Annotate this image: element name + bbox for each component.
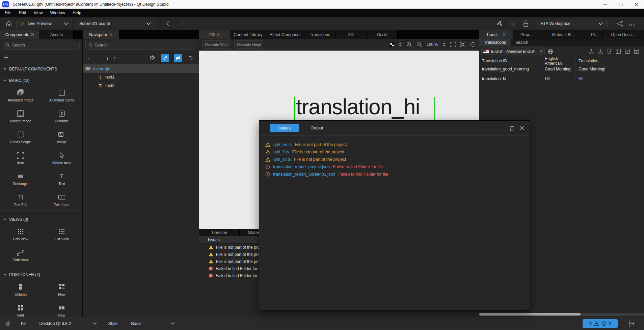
- component-item-rectangle[interactable]: Rectangle: [0, 170, 41, 190]
- forward-button[interactable]: [180, 21, 184, 27]
- add-component-button[interactable]: [0, 52, 82, 63]
- component-item-animated-sprite[interactable]: Animated Sprite: [41, 87, 82, 106]
- live-preview-dropdown[interactable]: Live Preview: [16, 19, 72, 28]
- eye-off-icon[interactable]: [174, 54, 182, 62]
- tab-timeline[interactable]: Timeline: [199, 229, 240, 236]
- link-icon[interactable]: [161, 54, 169, 62]
- tab-3d[interactable]: 3D: [336, 30, 367, 39]
- workspaces-icon[interactable]: [496, 20, 504, 28]
- move-up-icon[interactable]: ↑: [114, 55, 116, 61]
- section-header[interactable]: ▼BASIC (12): [0, 74, 82, 86]
- component-item-item[interactable]: Item: [0, 149, 41, 169]
- tab-code[interactable]: Code: [367, 30, 398, 39]
- dialog-tab-output[interactable]: Output: [311, 126, 323, 130]
- component-item-row[interactable]: Row: [41, 302, 82, 317]
- language-dropdown[interactable]: English - American English: [481, 48, 545, 55]
- more-options-icon[interactable]: •••: [628, 22, 636, 28]
- menu-help[interactable]: Help: [71, 10, 83, 16]
- tab-2d[interactable]: 2D: [199, 30, 230, 39]
- dialog-close-icon[interactable]: [520, 126, 524, 130]
- section-header[interactable]: ▼DEFAULT COMPONENTS: [0, 63, 82, 74]
- export-report-icon[interactable]: [607, 49, 612, 54]
- component-item-flickable[interactable]: Flickable: [41, 108, 82, 127]
- settings-gear-icon[interactable]: [5, 321, 11, 327]
- export-translations-icon[interactable]: [589, 49, 594, 54]
- zoom-selection-icon[interactable]: [460, 42, 465, 47]
- workspace-dropdown[interactable]: RTA Workspace: [536, 19, 608, 28]
- navigator-item-rectangle[interactable]: rectangle: [83, 64, 199, 73]
- unlock-icon[interactable]: [522, 20, 529, 27]
- navigator-item-text1[interactable]: Ttext1: [83, 73, 199, 81]
- clear-issues-icon[interactable]: [509, 125, 514, 131]
- share-icon[interactable]: [617, 20, 624, 27]
- tab-prop[interactable]: Prop...: [513, 30, 540, 39]
- issue-row[interactable]: translation_report_Screen01.json Failed …: [259, 171, 530, 178]
- issue-file[interactable]: qml_sv.ts: [273, 157, 291, 162]
- component-item-path-view[interactable]: Path View: [0, 246, 41, 266]
- issue-file[interactable]: qml_en.ts: [273, 142, 292, 147]
- issue-file[interactable]: translation_report_project.json: [273, 164, 330, 169]
- tab-assets[interactable]: Assets: [40, 30, 74, 39]
- tab-navigator[interactable]: Navigator: [83, 30, 119, 39]
- component-item-grid-view[interactable]: Grid View: [0, 226, 41, 245]
- subtab-search[interactable]: Search: [511, 39, 533, 46]
- navigator-item-text2[interactable]: Ttext2: [83, 81, 199, 90]
- component-item-text[interactable]: TText: [41, 170, 82, 190]
- issue-file[interactable]: translation_report_Screen01.json: [273, 172, 335, 177]
- component-item-column[interactable]: Column: [0, 281, 41, 300]
- home-icon[interactable]: [5, 20, 12, 27]
- translation-row[interactable]: translation_good_morningGood Morning!Goo…: [479, 64, 644, 74]
- table-columns-icon[interactable]: [634, 49, 639, 54]
- menu-window[interactable]: Window: [49, 10, 66, 16]
- exit-session-icon[interactable]: [628, 321, 635, 327]
- back-button[interactable]: [166, 21, 170, 27]
- translation-row[interactable]: translation_hiHi!Hi!: [479, 74, 644, 84]
- horizontal-scrollbar[interactable]: [479, 313, 644, 316]
- tab-components[interactable]: Components: [0, 30, 40, 39]
- zoom-out-icon[interactable]: [417, 42, 422, 48]
- maximize-button[interactable]: [613, 0, 628, 9]
- issue-row[interactable]: translation_report_project.json Failed t…: [259, 163, 530, 171]
- subtab-translations[interactable]: Translations: [479, 39, 511, 46]
- issue-row[interactable]: qml_sv.ts File is not part of the projec…: [259, 156, 530, 163]
- override-width-field[interactable]: [202, 40, 231, 49]
- menu-file[interactable]: File: [3, 10, 13, 16]
- test-translations-icon[interactable]: [625, 49, 630, 54]
- tab-opendocu[interactable]: Open Docu...: [602, 30, 644, 39]
- import-translations-icon[interactable]: [598, 49, 603, 54]
- move-down-icon[interactable]: ↓: [106, 55, 109, 61]
- tab-transitions[interactable]: Transitions: [304, 30, 336, 39]
- tab-content-library[interactable]: Content Library: [230, 30, 266, 39]
- minimize-button[interactable]: [597, 0, 613, 9]
- component-item-animated-image[interactable]: Animated Image: [0, 87, 41, 106]
- appearance-icon[interactable]: [148, 54, 156, 62]
- component-item-list-view[interactable]: List View: [41, 226, 82, 245]
- zoom-in-icon[interactable]: [406, 42, 412, 48]
- section-header[interactable]: ▼VIEWS (3): [0, 213, 82, 225]
- tab-effect-composer[interactable]: Effect Composer: [266, 30, 304, 39]
- move-right-icon[interactable]: →: [97, 55, 102, 61]
- move-left-icon[interactable]: ←: [87, 55, 92, 61]
- component-item-text-edit[interactable]: TText Edit: [0, 191, 41, 211]
- canvas-color-icon[interactable]: [390, 42, 394, 47]
- canvas-color-spinner[interactable]: [399, 42, 402, 47]
- component-item-mouse-area[interactable]: Mouse Area: [41, 149, 82, 169]
- override-height-field[interactable]: [234, 40, 263, 49]
- globe-icon[interactable]: [548, 49, 554, 54]
- zoom-spinner[interactable]: [442, 42, 446, 47]
- issue-file[interactable]: qml_fi.ts: [273, 150, 289, 154]
- tab-pr[interactable]: Pr...: [587, 30, 602, 39]
- issue-row[interactable]: qml_fi.ts File is not part of the projec…: [259, 148, 530, 156]
- kit-dropdown[interactable]: Desktop Qt 6.8.2: [39, 321, 97, 326]
- issue-row[interactable]: qml_en.ts File is not part of the projec…: [259, 141, 530, 148]
- fit-selection-icon[interactable]: [450, 42, 456, 47]
- file-selector-dropdown[interactable]: Screen01.ui.qml: [75, 19, 155, 28]
- code-view-icon[interactable]: [509, 20, 516, 28]
- menu-view[interactable]: View: [32, 10, 44, 16]
- close-button[interactable]: [628, 0, 644, 9]
- components-search[interactable]: [3, 41, 80, 50]
- component-item-flow[interactable]: Flow: [41, 281, 82, 300]
- tab-transl[interactable]: Transl...: [479, 30, 513, 39]
- component-item-text-input[interactable]: TText Input: [41, 191, 82, 211]
- component-item-border-image[interactable]: Border Image: [0, 108, 41, 127]
